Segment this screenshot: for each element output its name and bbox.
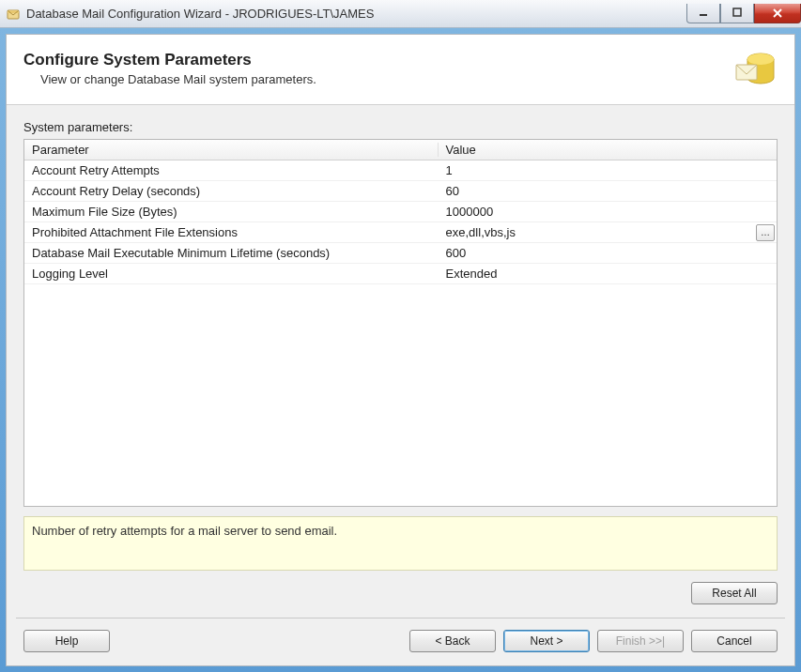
- close-icon: [772, 8, 783, 19]
- column-header-value[interactable]: Value: [439, 143, 777, 157]
- close-button[interactable]: [754, 4, 801, 23]
- cell-parameter: Maximum File Size (Bytes): [24, 202, 439, 221]
- reset-all-button[interactable]: Reset All: [691, 582, 778, 604]
- window-title: Database Mail Configuration Wizard - JRO…: [26, 7, 686, 21]
- table-label: System parameters:: [23, 120, 778, 134]
- ellipsis-button[interactable]: …: [756, 224, 775, 241]
- window-body: Configure System Parameters View or chan…: [6, 34, 795, 666]
- next-button[interactable]: Next >: [503, 630, 590, 652]
- wizard-footer: Help < Back Next > Finish >>| Cancel: [7, 619, 794, 665]
- titlebar: Database Mail Configuration Wizard - JRO…: [0, 0, 801, 28]
- table-row[interactable]: Prohibited Attachment File Extensionsexe…: [24, 222, 777, 243]
- help-button[interactable]: Help: [23, 630, 110, 652]
- maximize-button[interactable]: [720, 4, 754, 23]
- mail-database-icon: [732, 46, 778, 91]
- cell-parameter: Prohibited Attachment File Extensions: [24, 222, 439, 242]
- app-icon: [6, 7, 21, 22]
- table-row[interactable]: Account Retry Delay (seconds)60: [24, 181, 777, 202]
- svg-point-7: [747, 53, 774, 65]
- table-row[interactable]: Maximum File Size (Bytes)1000000: [24, 202, 777, 222]
- column-header-parameter[interactable]: Parameter: [24, 143, 439, 157]
- table-row[interactable]: Account Retry Attempts1: [24, 160, 777, 181]
- cell-value[interactable]: 60: [439, 181, 777, 201]
- cell-parameter: Account Retry Attempts: [24, 160, 439, 180]
- minimize-icon: [699, 8, 709, 18]
- wizard-header: Configure System Parameters View or chan…: [7, 35, 794, 105]
- cancel-button[interactable]: Cancel: [691, 630, 778, 652]
- cell-parameter: Logging Level: [24, 264, 439, 283]
- cell-value[interactable]: Extended: [439, 264, 777, 283]
- minimize-button[interactable]: [686, 4, 720, 23]
- cell-parameter: Account Retry Delay (seconds): [24, 181, 439, 201]
- cell-value[interactable]: 1: [439, 160, 777, 180]
- window-controls: [686, 4, 801, 23]
- maximize-icon: [732, 8, 743, 18]
- table-row[interactable]: Logging LevelExtended: [24, 264, 777, 284]
- finish-button[interactable]: Finish >>|: [597, 630, 684, 652]
- table-header: Parameter Value: [24, 140, 777, 160]
- cell-value[interactable]: 1000000: [439, 202, 777, 221]
- cell-value[interactable]: exe,dll,vbs,js…: [439, 222, 777, 242]
- page-subtitle: View or change Database Mail system para…: [40, 72, 732, 86]
- svg-rect-3: [733, 8, 741, 16]
- table-body: Account Retry Attempts1Account Retry Del…: [24, 160, 777, 506]
- cell-parameter: Database Mail Executable Minimum Lifetim…: [24, 243, 439, 263]
- hint-text: Number of retry attempts for a mail serv…: [23, 516, 778, 571]
- back-button[interactable]: < Back: [409, 630, 496, 652]
- cell-value[interactable]: 600: [439, 243, 777, 263]
- content-area: System parameters: Parameter Value Accou…: [7, 105, 794, 618]
- page-title: Configure System Parameters: [23, 51, 732, 69]
- parameters-table: Parameter Value Account Retry Attempts1A…: [23, 139, 778, 507]
- table-row[interactable]: Database Mail Executable Minimum Lifetim…: [24, 243, 777, 264]
